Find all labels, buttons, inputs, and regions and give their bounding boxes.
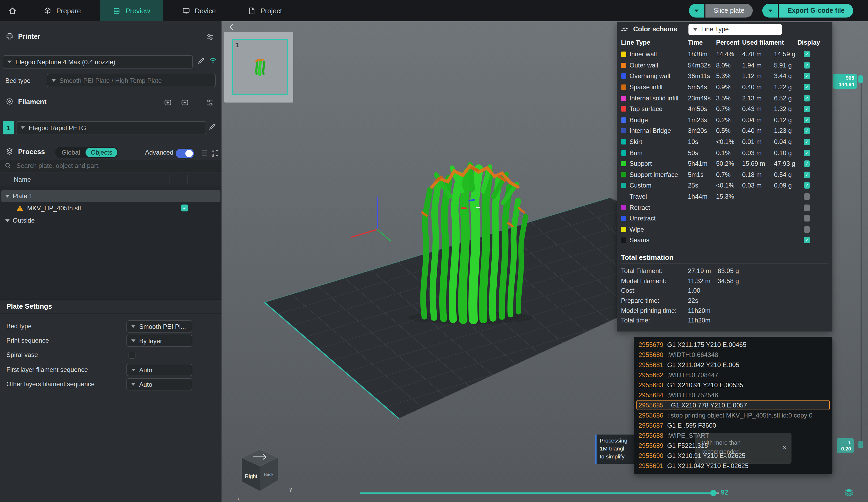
line-type-row: Support 5h41m 50.2% 15.69 m 47.93 g xyxy=(617,158,833,169)
edit-filament-icon[interactable] xyxy=(208,122,217,131)
object-tree: Plate 1 MKV_HP_405th.stl Outside xyxy=(0,186,221,299)
step-slider-handle[interactable] xyxy=(710,490,716,496)
chevron-down-icon xyxy=(131,325,135,328)
line-used-g: 5.91 g xyxy=(774,62,797,69)
add-filament-icon[interactable] xyxy=(164,98,172,107)
plate-thumbnail[interactable]: 1 xyxy=(231,39,288,95)
line-display-checkbox[interactable] xyxy=(804,95,810,101)
process-section-header: Process xyxy=(5,147,45,156)
prepare-cube-icon xyxy=(43,7,52,14)
slice-plate-button[interactable]: Slice plate xyxy=(705,4,753,18)
total-row-label: Total time: xyxy=(621,317,688,324)
ps-other-layers-seq-select[interactable]: Auto xyxy=(126,378,192,390)
tab-preview[interactable]: Preview xyxy=(100,0,163,21)
edit-printer-icon[interactable] xyxy=(197,56,206,65)
line-color-swatch xyxy=(621,216,626,221)
nav-cube[interactable]: Right Back x y xyxy=(236,445,300,502)
total-row-value1: 27.19 m xyxy=(688,267,718,275)
plate-row[interactable]: Plate 1 xyxy=(1,190,220,202)
advanced-toggle[interactable] xyxy=(176,149,194,158)
ps-first-layer-seq-select[interactable]: Auto xyxy=(126,364,192,376)
line-display-checkbox[interactable] xyxy=(804,172,810,178)
line-display-checkbox[interactable] xyxy=(804,150,810,156)
line-display-checkbox[interactable] xyxy=(804,183,810,189)
gcode-line[interactable]: 2955679 G1 X211.175 Y210 E.00465 xyxy=(637,339,830,350)
line-display-checkbox[interactable] xyxy=(804,73,810,79)
total-estimation-row: Prepare time: 22s xyxy=(617,296,833,306)
line-display-checkbox[interactable] xyxy=(804,84,810,90)
wifi-icon[interactable] xyxy=(209,56,217,64)
filament-settings-icon[interactable] xyxy=(206,98,214,107)
sort-ab-icon[interactable]: AB xyxy=(211,149,219,157)
line-percent: 0.7% xyxy=(716,171,742,178)
line-used-m: 0.04 m xyxy=(742,116,774,124)
tab-project[interactable]: Project xyxy=(235,0,295,21)
line-used-m: 0.18 m xyxy=(742,171,774,178)
gcode-line[interactable]: 2955684 ;WIDTH:0.752546 xyxy=(637,390,830,400)
gcode-line[interactable]: 2955685 G1 X210.778 Y210 E.0057 xyxy=(637,400,830,410)
gcode-line[interactable]: 2955687 G1 E-.595 F3600 xyxy=(637,420,830,430)
slice-dropdown-button[interactable] xyxy=(689,4,704,18)
line-display-checkbox[interactable] xyxy=(804,106,810,112)
ps-bed-type-select[interactable]: Smooth PEI Pl... xyxy=(126,320,192,332)
bed-type-select[interactable]: Smooth PEI Plate / High Temp Plate xyxy=(47,74,216,87)
remove-filament-icon[interactable] xyxy=(180,98,189,107)
line-used-g: 14.59 g xyxy=(774,51,797,58)
export-dropdown-button[interactable] xyxy=(763,4,778,18)
layers-stack-icon[interactable] xyxy=(844,488,854,497)
outside-row-label: Outside xyxy=(13,217,35,224)
collapse-sidebar-button[interactable] xyxy=(227,22,236,32)
color-scheme-select[interactable]: Line Type xyxy=(689,24,782,35)
object-visible-checkbox[interactable] xyxy=(181,205,188,212)
scope-global-option[interactable]: Global xyxy=(56,148,85,157)
gcode-line[interactable]: 2955680 ;WIDTH:0.664348 xyxy=(637,350,830,360)
filament-select[interactable]: Elegoo Rapid PETG xyxy=(16,121,206,134)
line-display-checkbox[interactable] xyxy=(804,237,810,244)
project-document-icon xyxy=(248,7,256,14)
chevron-down-icon xyxy=(694,9,699,12)
gcode-line-text: ;WIDTH:0.664348 xyxy=(667,350,718,359)
line-display-checkbox[interactable] xyxy=(804,161,810,167)
ps-print-sequence-select[interactable]: By layer xyxy=(126,335,192,347)
line-display-checkbox[interactable] xyxy=(804,62,810,69)
home-button[interactable] xyxy=(0,0,24,21)
topbar-actions: Slice plate Export G-code file xyxy=(689,0,868,21)
filament-section-title: Filament xyxy=(18,98,46,105)
outside-row[interactable]: Outside xyxy=(1,215,220,226)
param-table-icon[interactable] xyxy=(200,149,209,157)
object-row[interactable]: MKV_HP_405th.stl xyxy=(1,202,220,214)
layer-slider-top-handle[interactable] xyxy=(858,75,863,83)
process-scope-segmented: Global Objects xyxy=(55,147,119,158)
tab-prepare[interactable]: Prepare xyxy=(31,0,94,21)
search-input[interactable] xyxy=(16,162,217,170)
layer-slider-bottom-badge: 1 0.20 xyxy=(837,438,854,453)
filament-slot-badge[interactable]: 1 xyxy=(3,121,14,134)
line-display-checkbox[interactable] xyxy=(804,204,810,211)
close-icon[interactable]: × xyxy=(783,443,787,452)
line-time: 5m54s xyxy=(688,83,716,91)
printer-settings-icon[interactable] xyxy=(206,33,214,41)
gcode-line[interactable]: 2955686 ; stop printing object MKV_HP_40… xyxy=(637,410,830,420)
spiral-vase-checkbox[interactable] xyxy=(128,352,135,359)
line-display-checkbox[interactable] xyxy=(804,128,810,134)
layer-slider-bottom-handle[interactable] xyxy=(858,441,863,448)
line-display-checkbox[interactable] xyxy=(804,215,810,222)
gcode-line[interactable]: 2955683 G1 X210.91 Y210 E.00535 xyxy=(637,380,830,390)
line-type-label: Retract xyxy=(630,204,688,211)
line-display-checkbox[interactable] xyxy=(804,139,810,145)
gcode-line-number: 2955683 xyxy=(639,380,667,389)
tab-device[interactable]: Device xyxy=(169,0,229,21)
line-display-checkbox[interactable] xyxy=(804,117,810,123)
gcode-line[interactable]: 2955682 ;WIDTH:0.708447 xyxy=(637,370,830,380)
printer-select[interactable]: Elegoo Neptune 4 Max (0.4 nozzle) xyxy=(3,55,193,69)
sliced-model[interactable] xyxy=(422,165,525,320)
chevron-down-icon xyxy=(131,383,135,386)
scope-objects-option[interactable]: Objects xyxy=(85,148,117,157)
notification-line: with more than xyxy=(702,438,778,447)
line-display-checkbox[interactable] xyxy=(804,193,810,200)
export-gcode-button[interactable]: Export G-code file xyxy=(779,4,853,18)
line-display-checkbox[interactable] xyxy=(804,51,810,58)
gcode-line[interactable]: 2955681 G1 X211.042 Y210 E.005 xyxy=(637,360,830,370)
line-display-checkbox[interactable] xyxy=(804,226,810,233)
layer-slider-track[interactable] xyxy=(860,79,861,446)
